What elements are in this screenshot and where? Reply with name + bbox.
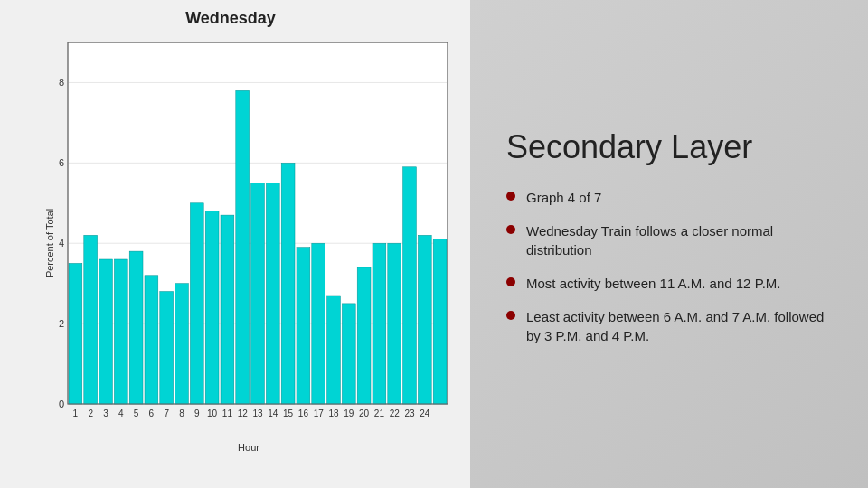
svg-text:9: 9 xyxy=(194,408,200,418)
svg-text:15: 15 xyxy=(283,408,294,418)
svg-rect-19 xyxy=(190,203,203,404)
svg-rect-15 xyxy=(129,251,143,404)
svg-rect-35 xyxy=(433,239,447,404)
svg-text:3: 3 xyxy=(103,408,108,418)
chart-title: Wednesday xyxy=(185,9,276,28)
svg-text:2: 2 xyxy=(59,318,64,329)
svg-text:17: 17 xyxy=(314,408,325,418)
svg-rect-24 xyxy=(266,183,279,404)
svg-text:14: 14 xyxy=(268,408,278,418)
right-panel: Secondary Layer Graph 4 of 7Wednesday Tr… xyxy=(470,0,868,488)
svg-text:1: 1 xyxy=(73,408,79,418)
svg-text:22: 22 xyxy=(390,408,401,418)
bullet-text: Graph 4 of 7 xyxy=(526,188,601,207)
bullet-item-1: Wednesday Train follows a closer normal … xyxy=(506,221,832,259)
bullet-list: Graph 4 of 7Wednesday Train follows a cl… xyxy=(506,188,832,360)
bullet-item-3: Least activity between 6 A.M. and 7 A.M.… xyxy=(506,307,832,345)
svg-rect-25 xyxy=(281,163,295,404)
svg-rect-20 xyxy=(205,211,219,404)
svg-rect-11 xyxy=(69,263,82,404)
bullet-dot xyxy=(506,225,515,234)
svg-rect-22 xyxy=(236,90,250,404)
svg-text:0: 0 xyxy=(59,399,64,409)
bullet-text: Least activity between 6 A.M. and 7 A.M.… xyxy=(526,307,832,345)
bullet-item-2: Most activity between 11 A.M. and 12 P.M… xyxy=(506,274,832,293)
left-panel: Wednesday Percent of Total 0246812345678… xyxy=(0,0,470,488)
svg-text:5: 5 xyxy=(134,408,139,418)
svg-text:2: 2 xyxy=(88,408,93,418)
svg-rect-29 xyxy=(342,304,355,404)
chart-wrapper: Percent of Total 02468123456789101112131… xyxy=(41,33,457,453)
svg-text:21: 21 xyxy=(374,408,385,418)
svg-rect-23 xyxy=(251,183,265,404)
svg-rect-32 xyxy=(388,243,401,404)
svg-rect-12 xyxy=(84,235,98,404)
svg-text:12: 12 xyxy=(238,408,249,418)
svg-text:24: 24 xyxy=(420,408,430,418)
svg-rect-33 xyxy=(403,167,417,404)
svg-text:13: 13 xyxy=(252,408,263,418)
svg-text:6: 6 xyxy=(59,157,64,168)
bullet-text: Most activity between 11 A.M. and 12 P.M… xyxy=(526,274,781,293)
section-title: Secondary Layer xyxy=(506,128,832,166)
svg-text:4: 4 xyxy=(59,238,64,249)
svg-rect-16 xyxy=(145,276,158,404)
svg-rect-28 xyxy=(327,296,341,404)
y-axis-label: Percent of Total xyxy=(44,209,55,277)
svg-text:10: 10 xyxy=(207,408,218,418)
svg-text:19: 19 xyxy=(344,408,354,418)
svg-rect-31 xyxy=(373,243,386,404)
svg-rect-18 xyxy=(175,284,189,404)
svg-rect-13 xyxy=(99,259,113,404)
svg-text:20: 20 xyxy=(359,408,370,418)
svg-rect-27 xyxy=(312,243,326,404)
svg-rect-34 xyxy=(418,235,431,404)
svg-rect-21 xyxy=(221,215,234,404)
svg-rect-14 xyxy=(114,259,127,404)
svg-text:7: 7 xyxy=(164,408,169,418)
svg-text:6: 6 xyxy=(149,408,155,418)
svg-text:4: 4 xyxy=(118,408,124,418)
svg-text:16: 16 xyxy=(298,408,309,418)
svg-text:23: 23 xyxy=(404,408,415,418)
bullet-text: Wednesday Train follows a closer normal … xyxy=(526,221,832,259)
bullet-dot xyxy=(506,277,515,286)
bullet-item-0: Graph 4 of 7 xyxy=(506,188,832,207)
svg-text:8: 8 xyxy=(59,77,64,88)
svg-text:8: 8 xyxy=(179,408,184,418)
x-axis-label: Hour xyxy=(41,442,457,453)
bullet-dot xyxy=(506,311,515,320)
svg-rect-26 xyxy=(297,248,310,404)
svg-text:11: 11 xyxy=(222,408,233,418)
svg-rect-30 xyxy=(357,267,371,404)
bullet-dot xyxy=(506,192,515,201)
chart-svg: 0246812345678910111213141516171819202122… xyxy=(41,33,457,440)
svg-text:18: 18 xyxy=(328,408,339,418)
svg-rect-17 xyxy=(160,292,174,404)
